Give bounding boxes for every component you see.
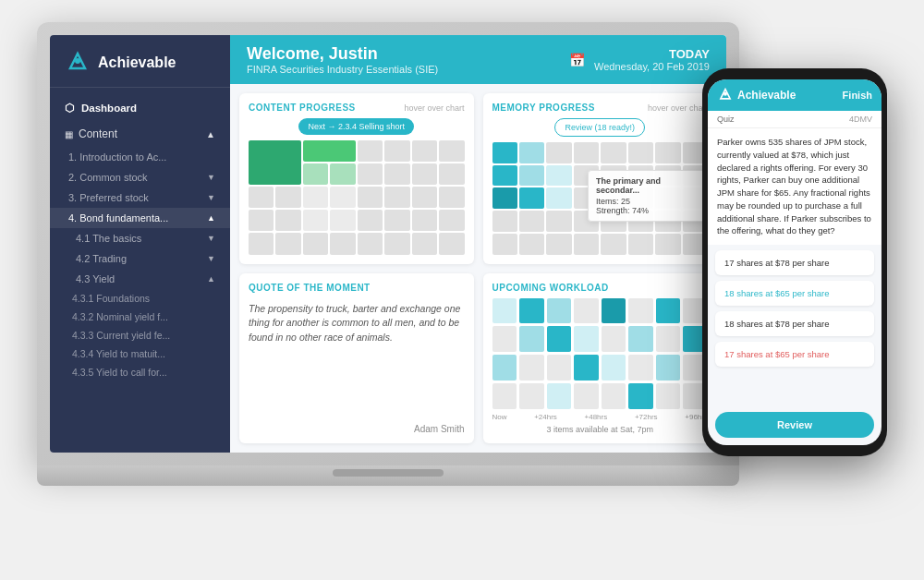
phone-finish-button[interactable]: Finish: [843, 90, 872, 101]
mem-cell: [519, 165, 544, 187]
header-left: Welcome, Justin FINRA Securities Industr…: [247, 44, 438, 75]
sidebar-item-intro[interactable]: 1. Introduction to Ac...: [50, 147, 230, 167]
sidebar-item-basics[interactable]: 4.1 The basics ▼: [50, 228, 230, 248]
treemap-container: [249, 140, 465, 255]
tm-cell: [330, 163, 355, 185]
tooltip-items: Items: 25: [596, 197, 699, 206]
mem-cell: [601, 234, 626, 255]
mem-cell: [519, 234, 544, 255]
intro-label: 1. Introduction to Ac...: [68, 151, 166, 163]
sidebar-item-current[interactable]: 4.3.3 Current yield fe...: [50, 326, 230, 344]
tm-cell: [249, 187, 274, 208]
wl-cell: [547, 326, 572, 352]
review-button[interactable]: Review (18 ready!): [554, 118, 645, 137]
yield-label: 4.3 Yield: [76, 273, 115, 284]
logo-text: Achievable: [98, 54, 176, 71]
wl-cell: [628, 355, 653, 381]
dashboard-grid: CONTENT PROGRESS hover over chart Next →…: [230, 84, 726, 453]
phone-screen: Achievable Finish Quiz 4DMV Parker owns …: [708, 79, 881, 445]
wl-cell: [547, 355, 572, 381]
sidebar-item-dashboard[interactable]: ⬡ Dashboard: [50, 95, 230, 121]
sidebar-item-foundations[interactable]: 4.3.1 Foundations: [50, 289, 230, 308]
workload-panel: UPCOMING WORKLOAD: [483, 273, 718, 444]
tm-cell: [412, 163, 437, 185]
tm-cell: [275, 187, 300, 208]
wl-cell: [628, 383, 653, 409]
sidebar-item-maturity[interactable]: 4.3.4 Yield to matuit...: [50, 344, 230, 363]
mem-cell: [601, 142, 626, 163]
memory-progress-header: MEMORY PROGRESS hover over chart: [492, 103, 709, 113]
mem-cell: [492, 165, 517, 187]
sidebar-item-common-stock[interactable]: 2. Common stock ▼: [50, 167, 230, 187]
tm-cell: [249, 210, 274, 231]
tm-cell: [358, 210, 383, 231]
wl-cell: [519, 383, 544, 409]
call-label: 4.3.5 Yield to call for...: [72, 367, 167, 378]
phone-review-button[interactable]: Review: [715, 412, 874, 438]
mem-cell: [492, 142, 517, 163]
header-right: 📅 TODAY Wednesday, 20 Feb 2019: [569, 47, 710, 72]
sidebar-item-call[interactable]: 4.3.5 Yield to call for...: [50, 363, 230, 381]
tm-cell: [358, 187, 383, 208]
tm-cell: [330, 233, 355, 254]
wl-cell: [628, 326, 653, 352]
mem-cell: [546, 187, 571, 209]
sidebar-item-content[interactable]: ▦ Content ▲: [50, 121, 230, 147]
memory-treemap-container: The primary and secondar... Items: 25 St…: [492, 142, 709, 255]
wl-cell: [602, 298, 626, 324]
laptop: Achievable ⬡ Dashboard ▦ Content ▲: [37, 22, 739, 502]
content-progress-panel: CONTENT PROGRESS hover over chart Next →…: [239, 93, 474, 264]
sidebar-item-trading[interactable]: 4.2 Trading ▼: [50, 248, 230, 269]
workload-header: UPCOMING WORKLOAD: [492, 283, 709, 293]
phone-answer-4[interactable]: 17 shares at $65 per share: [715, 342, 874, 367]
tm-cell: [330, 210, 355, 231]
tm-cell: [303, 187, 328, 208]
scene: Achievable ⬡ Dashboard ▦ Content ▲: [18, 13, 906, 567]
phone-answers: 17 shares at $78 per share 18 shares at …: [708, 245, 881, 412]
sidebar: Achievable ⬡ Dashboard ▦ Content ▲: [50, 35, 230, 453]
date-label: Wednesday, 20 Feb 2019: [594, 61, 710, 72]
content-arrow-icon: ▲: [206, 129, 215, 139]
tm-cell: [412, 233, 437, 254]
sidebar-item-nominal[interactable]: 4.3.2 Nominal yield f...: [50, 308, 230, 326]
workload-title: UPCOMING WORKLOAD: [492, 283, 609, 293]
workload-labels: Now +24hrs +48hrs +72hrs +96hrs: [492, 413, 709, 421]
svg-point-3: [723, 92, 727, 96]
sidebar-item-preferred-stock[interactable]: 3. Preferred stock ▼: [50, 187, 230, 208]
sidebar-nav: ⬡ Dashboard ▦ Content ▲ 1. Introduction …: [50, 88, 230, 389]
tm-cell: [275, 210, 300, 231]
phone-answer-1[interactable]: 17 shares at $78 per share: [715, 250, 874, 275]
tm-cell: [384, 233, 409, 254]
wl-cell: [492, 383, 517, 409]
wl-label-24: +24hrs: [534, 413, 557, 421]
preferred-stock-label: 3. Preferred stock: [68, 192, 149, 203]
nominal-label: 4.3.2 Nominal yield f...: [72, 311, 168, 322]
wl-cell: [656, 298, 681, 324]
phone-answer-3[interactable]: 18 shares at $78 per share: [715, 311, 874, 336]
wl-cell: [574, 383, 599, 409]
wl-cell: [602, 355, 626, 381]
memory-progress-hint: hover over chart: [648, 103, 708, 113]
tm-cell: [384, 187, 409, 208]
mem-cell: [546, 165, 571, 187]
wl-cell: [492, 326, 517, 352]
svg-point-1: [75, 58, 80, 64]
subtitle: FINRA Securities Industry Essentials (SI…: [247, 64, 438, 75]
tm-cell: [275, 233, 300, 254]
next-button[interactable]: Next → 2.3.4 Selling short: [298, 118, 414, 135]
phone-answer-2[interactable]: 18 shares at $65 per share: [715, 281, 874, 306]
sidebar-item-bond[interactable]: 4. Bond fundamenta... ▲: [50, 208, 230, 228]
workload-note: 3 items available at Sat, 7pm: [492, 425, 709, 434]
laptop-body: Achievable ⬡ Dashboard ▦ Content ▲: [37, 22, 739, 465]
calendar-icon: 📅: [569, 53, 585, 67]
sidebar-item-yield[interactable]: 4.3 Yield ▲: [50, 269, 230, 289]
top-header: Welcome, Justin FINRA Securities Industr…: [230, 35, 726, 84]
mem-cell: [492, 211, 517, 232]
treemap-grid: [249, 140, 465, 255]
mem-cell: [574, 234, 599, 255]
mem-cell: [655, 142, 680, 163]
memory-progress-title: MEMORY PROGRESS: [492, 103, 595, 113]
mem-cell: [519, 142, 544, 163]
mem-cell: [628, 234, 653, 255]
mem-cell: [519, 211, 544, 232]
